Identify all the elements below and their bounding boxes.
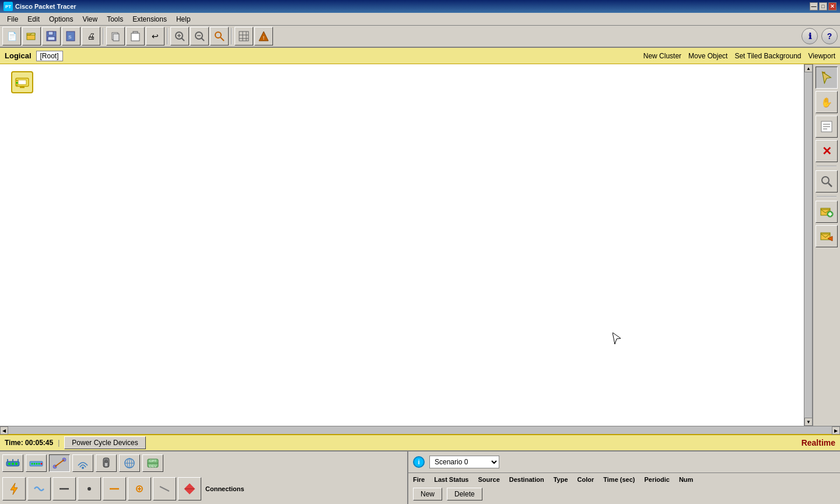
info-button[interactable]: ℹ [802, 28, 818, 44]
svg-point-31 [16, 85, 18, 86]
hscrollbar[interactable]: ◀ ▶ [0, 426, 840, 434]
app-title: Cisco Packet Tracer [15, 3, 810, 10]
device-cat-security[interactable] [96, 454, 117, 472]
logical-header-actions: New Cluster Move Object Set Tiled Backgr… [643, 52, 835, 60]
save-button[interactable] [42, 27, 61, 46]
canvas-inner: ▲ ▼ ✋ [0, 64, 840, 426]
print-button[interactable]: 🖨 [82, 27, 100, 46]
scroll-left-button[interactable]: ◀ [0, 426, 8, 435]
menu-file[interactable]: File [2, 14, 23, 24]
minimize-button[interactable]: — [810, 2, 818, 10]
zoom-out-button[interactable] [190, 27, 209, 46]
delete-scenario-button[interactable]: Delete [447, 488, 482, 501]
menu-options[interactable]: Options [44, 14, 78, 24]
connection-tools: Connections [0, 475, 407, 503]
conn-fiber-button[interactable] [103, 477, 126, 501]
conn-coax-button[interactable] [153, 477, 176, 501]
menu-view[interactable]: View [78, 14, 102, 24]
note-tool-button[interactable] [816, 116, 838, 138]
svg-point-54 [15, 463, 18, 465]
device-cat-wireless[interactable] [72, 454, 93, 472]
close-button[interactable]: ✕ [828, 2, 836, 10]
viewport-button[interactable]: Viewport [808, 52, 835, 60]
save-as-button[interactable]: S [62, 27, 80, 46]
device-categories: CPT DEV [0, 452, 407, 475]
bottom-panel: CPT DEV [0, 450, 840, 504]
canvas-workspace[interactable] [0, 64, 804, 426]
col-num: Num [679, 476, 693, 483]
zoom-fit-button[interactable] [210, 27, 229, 46]
canvas-device-icon[interactable] [8, 71, 36, 99]
scroll-up-button[interactable]: ▲ [804, 64, 813, 72]
add-pdu-button[interactable] [816, 201, 838, 223]
time-display: Time: 00:05:45 [5, 439, 53, 447]
conn-straight-button[interactable] [52, 477, 76, 501]
svg-line-19 [220, 37, 224, 41]
scroll-down-button[interactable]: ▼ [804, 418, 813, 426]
conn-console-button[interactable] [27, 477, 51, 501]
col-color: Color [578, 476, 594, 483]
svg-point-62 [38, 463, 40, 465]
status-bar: Time: 00:05:45 | Power Cycle Devices Rea… [0, 434, 840, 450]
scroll-right-button[interactable]: ▶ [832, 426, 840, 435]
svg-text:!: ! [263, 35, 265, 41]
svg-line-42 [828, 183, 832, 187]
menu-edit[interactable]: Edit [23, 14, 44, 24]
grid-button[interactable] [235, 27, 253, 46]
svg-line-12 [181, 38, 184, 41]
svg-text:DEV: DEV [149, 464, 156, 468]
inspect-tool-button[interactable] [816, 170, 838, 192]
device-cat-custom[interactable]: CPT DEV [142, 454, 163, 472]
new-button[interactable]: 📄 [2, 27, 21, 46]
svg-rect-28 [18, 80, 26, 85]
connections-label: Connections [205, 485, 244, 492]
device-cat-switches[interactable] [26, 454, 47, 472]
conn-phone-button[interactable] [128, 477, 151, 501]
open-button[interactable] [22, 27, 41, 46]
cursor-position [612, 332, 621, 346]
svg-marker-35 [822, 72, 831, 83]
device-cat-wan[interactable] [119, 454, 140, 472]
copy-button[interactable] [106, 27, 125, 46]
move-object-button[interactable]: Move Object [688, 52, 727, 60]
svg-point-53 [12, 463, 14, 465]
new-scenario-button[interactable]: New [413, 488, 442, 501]
svg-point-60 [34, 463, 36, 465]
paste-button[interactable] [126, 27, 145, 46]
vscroll-track[interactable] [804, 72, 812, 418]
capture-pdu-button[interactable] [816, 225, 838, 247]
col-time: Time (sec) [603, 476, 635, 483]
toolbar-sep-3 [231, 28, 232, 44]
menu-help[interactable]: Help [172, 14, 195, 24]
conn-serial-button[interactable] [178, 477, 201, 501]
conn-lightning-button[interactable] [2, 477, 26, 501]
undo-button[interactable]: ↩ [146, 27, 164, 46]
col-dest: Destination [509, 476, 544, 483]
new-cluster-button[interactable]: New Cluster [643, 52, 681, 60]
menu-extensions[interactable]: Extensions [128, 14, 172, 24]
scenario-select[interactable]: Scenario 0 [429, 456, 499, 468]
power-cycle-button[interactable]: Power Cycle Devices [64, 436, 145, 449]
select-tool-button[interactable] [816, 66, 838, 89]
app-icon: PT [4, 2, 13, 11]
device-cat-connections[interactable] [49, 454, 70, 472]
menu-tools[interactable]: Tools [102, 14, 128, 24]
svg-point-18 [215, 32, 221, 38]
col-fire: Fire [413, 476, 425, 483]
move-tool-button[interactable]: ✋ [816, 91, 838, 113]
set-tiled-bg-button[interactable]: Set Tiled Background [734, 52, 801, 60]
conn-dot-button[interactable] [78, 477, 101, 501]
help-button[interactable]: ? [821, 28, 838, 44]
zoom-in-button[interactable] [170, 27, 189, 46]
logical-header: Logical [Root] New Cluster Move Object S… [0, 48, 840, 64]
svg-point-52 [8, 463, 10, 465]
delete-tool-button[interactable]: ✕ [816, 140, 838, 162]
hscroll-track[interactable] [8, 426, 832, 434]
vscrollbar[interactable]: ▲ ▼ [804, 64, 812, 426]
maximize-button[interactable]: □ [819, 2, 827, 10]
svg-rect-4 [48, 37, 55, 40]
device-cat-routers[interactable] [2, 454, 23, 472]
custom-button[interactable]: ! [254, 27, 273, 46]
device-icon [11, 71, 33, 93]
main-area: Logical [Root] New Cluster Move Object S… [0, 48, 840, 504]
